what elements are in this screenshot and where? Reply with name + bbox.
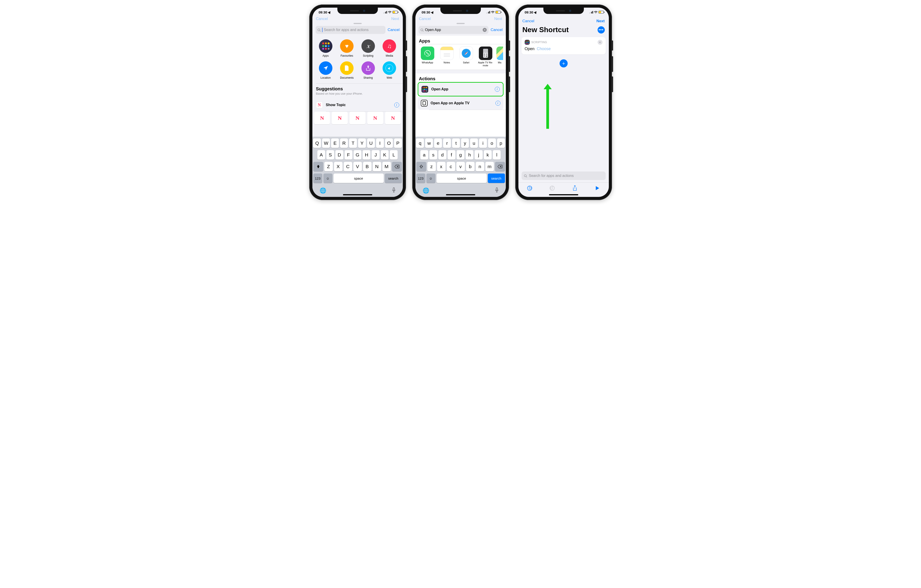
app-notes[interactable]: Notes	[438, 47, 456, 67]
key-y[interactable]: Y	[358, 138, 366, 148]
key-x[interactable]: x	[437, 162, 446, 171]
app-maps[interactable]: Ma	[496, 47, 503, 67]
dictation-icon[interactable]	[495, 187, 499, 194]
action-card-open-app[interactable]: SCRIPTING ✕ Open Choose	[522, 37, 606, 54]
search-key[interactable]: search	[488, 174, 505, 183]
backspace-key[interactable]	[392, 162, 402, 171]
key-t[interactable]: T	[349, 138, 357, 148]
key-a[interactable]: A	[317, 150, 325, 159]
category-media[interactable]: ♫Media	[380, 39, 399, 57]
key-a[interactable]: a	[420, 150, 428, 159]
space-key[interactable]: space	[436, 174, 487, 183]
search-input[interactable]: Search for apps and actions	[522, 172, 606, 180]
key-n[interactable]: N	[373, 162, 381, 171]
key-q[interactable]: Q	[313, 138, 321, 148]
key-d[interactable]: d	[438, 150, 446, 159]
search-key[interactable]: search	[385, 174, 402, 183]
remove-action-icon[interactable]: ✕	[597, 40, 602, 45]
key-f[interactable]: f	[447, 150, 456, 159]
key-u[interactable]: u	[470, 138, 478, 148]
key-h[interactable]: H	[363, 150, 370, 159]
next-button[interactable]: Next	[596, 19, 605, 23]
key-z[interactable]: z	[427, 162, 436, 171]
info-icon[interactable]: i	[394, 102, 399, 107]
key-g[interactable]: g	[457, 150, 464, 159]
space-key[interactable]: space	[334, 174, 384, 183]
sheet-grabber[interactable]	[353, 23, 362, 24]
key-f[interactable]: F	[345, 150, 352, 159]
category-favourites[interactable]: ♥Favourites	[337, 39, 357, 57]
key-j[interactable]: j	[475, 150, 482, 159]
sheet-grabber[interactable]	[457, 23, 465, 24]
emoji-key[interactable]: ☺	[426, 174, 435, 183]
key-n[interactable]: n	[476, 162, 484, 171]
key-b[interactable]: b	[466, 162, 475, 171]
key-t[interactable]: t	[452, 138, 460, 148]
clear-search-icon[interactable]: ✕	[483, 28, 487, 32]
run-button[interactable]	[594, 185, 600, 191]
info-icon[interactable]: i	[495, 87, 500, 92]
key-q[interactable]: q	[416, 138, 424, 148]
key-p[interactable]: p	[497, 138, 505, 148]
apps-scroller[interactable]: WhatsApp Notes Safari Apple TV Re- mote …	[415, 44, 506, 70]
key-i[interactable]: I	[376, 138, 384, 148]
app-safari[interactable]: Safari	[458, 47, 475, 67]
key-k[interactable]: K	[381, 150, 389, 159]
key-o[interactable]: o	[488, 138, 496, 148]
key-i[interactable]: i	[479, 138, 487, 148]
numbers-key[interactable]: 123	[416, 174, 425, 183]
key-w[interactable]: W	[322, 138, 330, 148]
key-g[interactable]: G	[353, 150, 361, 159]
home-indicator[interactable]	[343, 194, 372, 195]
category-location[interactable]: Location	[316, 62, 335, 80]
category-documents[interactable]: Documents	[337, 62, 357, 80]
prediction-chip[interactable]: N	[314, 112, 330, 124]
key-s[interactable]: S	[326, 150, 334, 159]
key-d[interactable]: D	[335, 150, 343, 159]
add-action-button[interactable]: ＋	[560, 59, 568, 67]
key-r[interactable]: R	[340, 138, 348, 148]
key-c[interactable]: c	[447, 162, 455, 171]
app-whatsapp[interactable]: WhatsApp	[419, 47, 436, 67]
prediction-chip[interactable]: N	[385, 112, 401, 124]
cancel-link[interactable]: Cancel	[388, 28, 400, 32]
key-e[interactable]: e	[434, 138, 442, 148]
key-m[interactable]: M	[382, 162, 391, 171]
action-open-app-appletv[interactable]: Open App on Apple TV i	[418, 97, 504, 110]
key-v[interactable]: V	[353, 162, 362, 171]
key-m[interactable]: m	[485, 162, 494, 171]
key-h[interactable]: h	[465, 150, 474, 159]
action-open-app[interactable]: Open App i	[418, 82, 504, 96]
key-y[interactable]: y	[461, 138, 469, 148]
more-button[interactable]: •••	[597, 26, 605, 34]
key-s[interactable]: s	[430, 150, 437, 159]
category-web[interactable]: Web	[380, 62, 399, 80]
key-v[interactable]: v	[456, 162, 465, 171]
shift-key[interactable]	[416, 162, 426, 171]
emoji-key[interactable]: ☺	[324, 174, 332, 183]
app-appletv-remote[interactable]: Apple TV Re- mote	[477, 47, 494, 67]
category-scripting[interactable]: 𝑥Scripting	[358, 39, 378, 57]
search-input[interactable]: Search for apps and actions	[316, 26, 386, 34]
key-z[interactable]: Z	[324, 162, 333, 171]
undo-button[interactable]	[527, 185, 532, 191]
prediction-chip[interactable]: N	[367, 112, 383, 124]
cancel-button[interactable]: Cancel	[522, 19, 534, 23]
key-x[interactable]: X	[334, 162, 343, 171]
category-apps[interactable]: Apps	[316, 39, 335, 57]
key-e[interactable]: E	[331, 138, 339, 148]
key-p[interactable]: P	[394, 138, 402, 148]
globe-icon[interactable]: 🌐	[320, 187, 326, 194]
dictation-icon[interactable]	[392, 187, 395, 194]
home-indicator[interactable]	[446, 194, 475, 195]
key-b[interactable]: B	[363, 162, 371, 171]
cancel-link[interactable]: Cancel	[491, 28, 503, 32]
suggestion-show-topic[interactable]: N Show Topic i	[312, 99, 403, 112]
key-k[interactable]: k	[484, 150, 491, 159]
prediction-chip[interactable]: N	[350, 112, 366, 124]
key-l[interactable]: l	[493, 150, 501, 159]
info-icon[interactable]: i	[495, 101, 500, 106]
category-sharing[interactable]: Sharing	[358, 62, 378, 80]
shift-key[interactable]	[313, 162, 323, 171]
key-j[interactable]: J	[371, 150, 379, 159]
